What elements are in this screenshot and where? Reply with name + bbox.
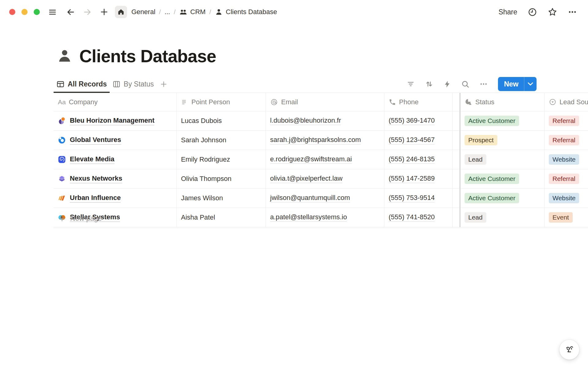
company-cell[interactable]: Urban Influence [54, 189, 177, 208]
email-cell[interactable]: l.dubois@bleuhorizon.fr [266, 111, 384, 131]
new-page-label: New page [70, 214, 102, 223]
company-name: Global Ventures [70, 136, 121, 145]
company-cell[interactable]: Global Ventures [54, 131, 177, 150]
notion-ai-button[interactable] [559, 339, 579, 360]
new-page-button[interactable]: New page [54, 209, 588, 228]
more-options-icon[interactable] [568, 7, 577, 17]
status-badge: Lead [465, 154, 486, 165]
point-person-cell[interactable]: James Wilson [177, 189, 266, 208]
column-header-status[interactable]: Status [460, 93, 545, 111]
status-cell[interactable]: Active Customer [460, 169, 545, 189]
zoom-window-button[interactable] [34, 9, 40, 15]
breadcrumb-separator: / [174, 8, 175, 16]
status-badge: Active Customer [465, 116, 519, 126]
page-person-icon [56, 48, 73, 65]
close-window-button[interactable] [9, 9, 15, 15]
company-cell[interactable]: Nexus Networks [54, 169, 177, 189]
new-record-button[interactable]: New [498, 77, 537, 91]
frozen-column-divider [453, 169, 460, 189]
point-person-cell[interactable]: Sarah Johnson [177, 131, 266, 150]
nexus-networks-logo [58, 175, 66, 183]
column-label: Email [281, 98, 298, 106]
email-cell[interactable]: olivia.t@pixelperfect.law [266, 169, 384, 189]
table-row: Bleu Horizon Management Lucas Dubois l.d… [54, 111, 588, 131]
frozen-column-divider [453, 93, 460, 111]
phone-value: (555) 147-2589 [389, 174, 435, 183]
view-more-icon[interactable] [479, 80, 488, 88]
status-cell[interactable]: Active Customer [460, 111, 545, 131]
person-icon [215, 8, 223, 16]
point-person-cell[interactable]: Lucas Dubois [177, 111, 266, 131]
home-icon[interactable] [115, 6, 127, 18]
column-header-point-person[interactable]: Point Person [177, 93, 266, 111]
lead-source-badge: Website [549, 193, 579, 203]
email-value: jwilson@quantumquill.com [270, 194, 350, 202]
favorite-star-icon[interactable] [548, 7, 557, 17]
tab-label: By Status [124, 80, 154, 88]
email-value: sarah.j@brightsparksolns.com [270, 136, 361, 144]
email-value: l.dubois@bleuhorizon.fr [270, 117, 341, 125]
page-title: Clients Database [79, 46, 216, 66]
email-cell[interactable]: jwilson@quantumquill.com [266, 189, 384, 208]
point-person-cell[interactable]: Olivia Thompson [177, 169, 266, 189]
add-view-icon[interactable] [160, 80, 168, 88]
lead-source-cell[interactable]: Website [545, 150, 588, 169]
phone-cell[interactable]: (555) 123-4567 [384, 131, 453, 150]
company-cell[interactable]: Bleu Horizon Management [54, 111, 177, 131]
point-person-value: James Wilson [181, 194, 223, 202]
column-header-email[interactable]: Email [266, 93, 384, 111]
email-cell[interactable]: sarah.j@brightsparksolns.com [266, 131, 384, 150]
views-bar: All Records By Status New [54, 75, 588, 93]
breadcrumb-label: General [131, 8, 155, 16]
point-person-cell[interactable]: Emily Rodriguez [177, 150, 266, 169]
lead-source-cell[interactable]: Website [545, 189, 588, 208]
urban-influence-logo [58, 194, 66, 202]
sidebar-menu-icon[interactable] [48, 8, 57, 16]
company-cell[interactable]: Elevate Media [54, 150, 177, 169]
column-label: Lead Source [560, 98, 588, 106]
updates-clock-icon[interactable] [528, 7, 537, 17]
status-cell[interactable]: Prospect [460, 131, 545, 150]
status-cell[interactable]: Active Customer [460, 189, 545, 208]
table-row: Elevate Media Emily Rodriguez e.rodrigue… [54, 150, 588, 169]
breadcrumb-item-general[interactable]: General [131, 8, 155, 16]
tab-all-records[interactable]: All Records [54, 75, 110, 93]
column-label: Phone [399, 98, 419, 106]
lead-source-cell[interactable]: Referral [545, 169, 588, 189]
breadcrumb-item-clients-database[interactable]: Clients Database [215, 8, 277, 16]
phone-cell[interactable]: (555) 147-2589 [384, 169, 453, 189]
column-header-phone[interactable]: Phone [384, 93, 453, 111]
lead-source-badge: Referral [549, 174, 579, 184]
breadcrumb-item-crm[interactable]: CRM [179, 8, 205, 16]
filter-icon[interactable] [406, 80, 415, 88]
share-button[interactable]: Share [499, 8, 517, 16]
new-button-label: New [498, 77, 524, 91]
company-name: Nexus Networks [70, 174, 122, 183]
board-view-icon [112, 80, 121, 88]
minimize-window-button[interactable] [21, 9, 28, 15]
automations-lightning-icon[interactable] [443, 80, 451, 88]
email-cell[interactable]: e.rodriguez@swiftstream.ai [266, 150, 384, 169]
status-cell[interactable]: Lead [460, 150, 545, 169]
new-tab-icon[interactable] [100, 7, 109, 17]
breadcrumb: General / ... / CRM / Clients Database [131, 8, 277, 16]
sort-icon[interactable] [424, 79, 434, 89]
breadcrumb-label: Clients Database [226, 8, 277, 16]
table-row: Nexus Networks Olivia Thompson olivia.t@… [54, 169, 588, 189]
back-icon[interactable] [66, 7, 75, 17]
breadcrumb-ellipsis[interactable]: ... [164, 8, 170, 16]
column-header-company[interactable]: Aa Company [54, 93, 177, 111]
search-icon[interactable] [461, 80, 470, 89]
phone-cell[interactable]: (555) 369-1470 [384, 111, 453, 131]
lead-source-cell[interactable]: Referral [545, 111, 588, 131]
plus-icon [58, 214, 66, 223]
phone-cell[interactable]: (555) 753-9514 [384, 189, 453, 208]
lead-source-cell[interactable]: Referral [545, 131, 588, 150]
point-person-value: Olivia Thompson [181, 175, 232, 183]
frozen-column-divider [453, 189, 460, 208]
chevron-down-icon[interactable] [524, 77, 537, 91]
column-header-lead-source[interactable]: Lead Source [545, 93, 588, 111]
forward-icon[interactable] [83, 7, 92, 17]
phone-cell[interactable]: (555) 246-8135 [384, 150, 453, 169]
tab-by-status[interactable]: By Status [110, 75, 156, 93]
